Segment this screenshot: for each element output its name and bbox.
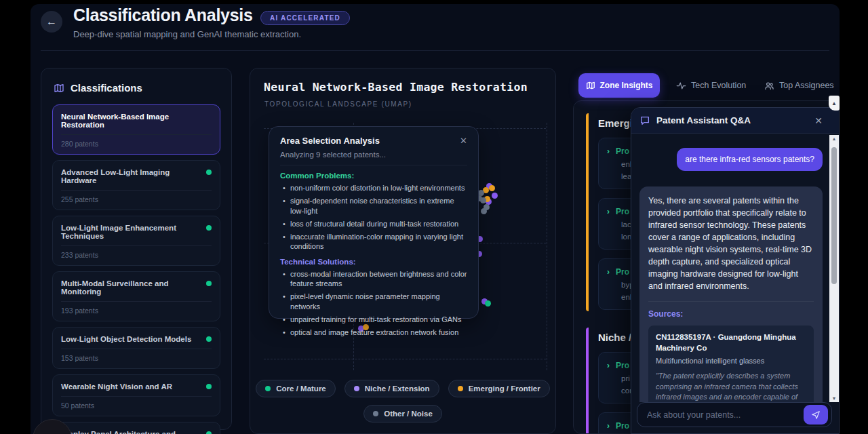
- legend-dot: [265, 386, 271, 391]
- data-point[interactable]: [480, 197, 486, 203]
- patent-count: 233 patents: [61, 251, 212, 259]
- chevron-right-icon: ›: [607, 267, 610, 277]
- chevron-right-icon: ›: [607, 361, 610, 370]
- tab-label: Zone Insights: [600, 81, 653, 90]
- legend-label: Core / Mature: [276, 384, 326, 393]
- patent-assistant-chat: Patent Assistant Q&A ✕ are there infra-r…: [631, 107, 840, 434]
- common-problems-label: Common Problems:: [280, 172, 467, 180]
- tab-zone-insights[interactable]: Zone Insights: [578, 73, 660, 98]
- bullet-item: inaccurate illumination-color mapping in…: [290, 232, 467, 252]
- legend-label: Emerging / Frontier: [469, 384, 540, 393]
- popup-title: Area Selection Analysis: [280, 136, 380, 146]
- legend-chip[interactable]: Other / Noise: [363, 405, 442, 422]
- classification-label: Neural Network-Based Image Restoration: [61, 113, 212, 129]
- scrollbar-thumb[interactable]: [831, 147, 837, 284]
- insight-item-label: Pro: [616, 207, 629, 216]
- map-icon: [586, 81, 595, 90]
- gridline: [264, 359, 546, 359]
- status-dot: [206, 431, 212, 434]
- insight-item-label: Pro: [616, 361, 629, 370]
- data-point[interactable]: [489, 185, 495, 191]
- chat-title: Patent Assistant Q&A: [656, 115, 808, 125]
- scroll-up-icon: ▲: [831, 100, 837, 106]
- classification-item[interactable]: Advanced Low-Light Imaging Hardware255 p…: [52, 160, 220, 210]
- scroll-up-icon[interactable]: ▲: [829, 136, 839, 141]
- send-icon: [811, 410, 821, 420]
- classification-item[interactable]: Multi-Modal Surveillance and Monitoring1…: [52, 271, 220, 321]
- legend-dot: [373, 411, 378, 416]
- send-button[interactable]: [804, 405, 828, 425]
- ai-accelerated-badge: AI ACCELERATED: [260, 11, 350, 25]
- close-icon[interactable]: ✕: [460, 136, 467, 146]
- bullet-item: signal-dependent noise characteristics i…: [290, 196, 467, 216]
- bullet-item: unpaired training for multi-task restora…: [290, 315, 467, 325]
- data-point[interactable]: [485, 300, 491, 307]
- legend-row-2: Other / Noise: [250, 405, 555, 422]
- divider: [61, 190, 212, 191]
- chat-scrollbar[interactable]: ▲ ▼: [829, 135, 839, 402]
- page-subtitle: Deep-dive spatial mapping and GenAI them…: [73, 29, 301, 39]
- assistant-answer: Yes, there are several patents within th…: [648, 195, 814, 292]
- legend-row-1: Core / MatureNiche / ExtensionEmerging /…: [250, 380, 555, 397]
- patent-count: 280 patents: [61, 140, 212, 148]
- bullet-item: pixel-level dynamic noise parameter mapp…: [290, 292, 467, 311]
- classification-item[interactable]: Low-Light Image Enhancement Techniques23…: [52, 216, 220, 266]
- legend-chip[interactable]: Emerging / Frontier: [448, 380, 550, 397]
- area-selection-popup: Area Selection Analysis ✕ Analyzing 9 se…: [269, 126, 479, 319]
- data-point[interactable]: [481, 208, 487, 214]
- chat-input[interactable]: [647, 410, 804, 420]
- classification-item[interactable]: Wearable Night Vision and AR50 patents: [52, 374, 220, 416]
- tab-tech-evolution[interactable]: Tech Evolution: [676, 73, 746, 98]
- map-subtitle: TOPOLOGICAL LANDSCAPE (UMAP): [264, 100, 412, 108]
- map-panel: Neural Network-Based Image Restoration T…: [250, 68, 556, 434]
- pulse-icon: [676, 81, 686, 91]
- classification-item[interactable]: Neural Network-Based Image Restoration28…: [52, 104, 220, 155]
- legend-chip[interactable]: Niche / Extension: [344, 380, 439, 397]
- insight-item-label: Pro: [616, 146, 629, 156]
- map-title: Neural Network-Based Image Restoration: [264, 81, 528, 94]
- insight-item-label: Pro: [616, 421, 629, 431]
- tab-top-assignees[interactable]: Top Assignees: [764, 73, 834, 98]
- header-divider: [41, 50, 829, 51]
- legend-label: Other / Noise: [384, 410, 433, 418]
- tab-label: Top Assignees: [779, 81, 834, 90]
- classification-label: Display Panel Architecture and Control: [61, 430, 212, 434]
- tab-label: Tech Evolution: [691, 81, 746, 90]
- divider: [61, 349, 212, 349]
- source-subtitle: Multifunctional intelligent glasses: [656, 356, 806, 367]
- classification-item[interactable]: Display Panel Architecture and Control34…: [52, 422, 220, 434]
- back-button[interactable]: ←: [41, 11, 62, 33]
- status-dot: [206, 336, 212, 342]
- legend-chip[interactable]: Core / Mature: [256, 380, 336, 397]
- technical-solutions-list: cross-modal interaction between brightne…: [280, 269, 467, 338]
- sources-label: Sources:: [648, 301, 814, 320]
- legend-label: Niche / Extension: [365, 384, 430, 393]
- classifications-header: Classifications: [54, 82, 220, 94]
- chat-bubble-icon: [639, 115, 650, 126]
- classification-label: Multi-Modal Surveillance and Monitoring: [61, 279, 212, 296]
- classification-label: Low-Light Image Enhancement Techniques: [61, 224, 212, 240]
- classification-item[interactable]: Low-Light Object Detection Models153 pat…: [52, 327, 220, 369]
- data-point[interactable]: [492, 193, 498, 199]
- patent-count: 153 patents: [61, 354, 212, 362]
- bullet-item: non-uniform color distortion in low-ligh…: [290, 183, 467, 193]
- divider: [61, 396, 212, 397]
- close-icon[interactable]: ✕: [814, 115, 823, 126]
- technical-solutions-label: Technical Solutions:: [280, 258, 467, 266]
- bullet-item: optical and image feature extraction net…: [290, 328, 467, 338]
- chevron-right-icon: ›: [607, 207, 610, 216]
- source-quote: "The patent explicitly describes a syste…: [656, 371, 806, 402]
- bullet-item: loss of structural detail during multi-t…: [290, 219, 467, 229]
- scroll-up-button[interactable]: ▲: [829, 96, 840, 111]
- insight-item-label: Pro: [616, 267, 629, 277]
- status-dot: [206, 225, 212, 231]
- classification-label: Advanced Low-Light Imaging Hardware: [61, 168, 212, 184]
- back-arrow-icon: ←: [46, 16, 57, 28]
- chat-input-bar: [637, 402, 832, 427]
- scroll-down-icon[interactable]: ▼: [829, 396, 839, 401]
- chevron-right-icon: ›: [607, 421, 610, 431]
- classifications-title: Classifications: [71, 82, 142, 94]
- app-window: ← Classification Analysis AI ACCELERATED…: [31, 4, 840, 434]
- user-message: are there infra-red sensors patents?: [677, 148, 823, 171]
- source-card[interactable]: CN112835197A · Guangdong Minghua Machine…: [648, 326, 814, 402]
